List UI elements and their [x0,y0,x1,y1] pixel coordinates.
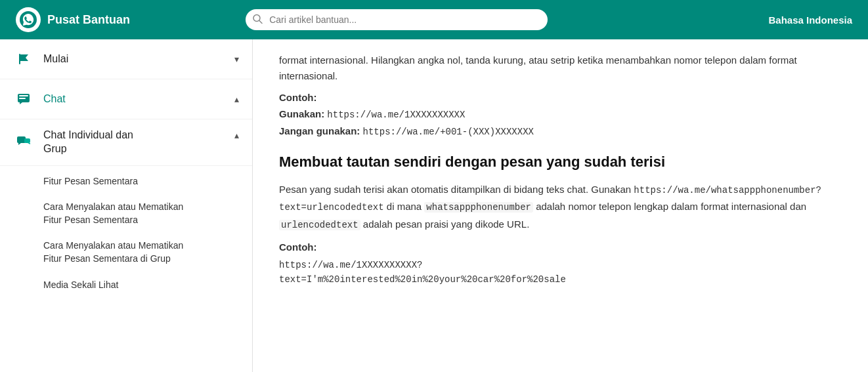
sidebar-sub-item-0[interactable]: Fitur Pesan Sementara [0,169,252,195]
mulai-chevron: ▾ [234,54,239,64]
intro-text: format internasional. Hilangkan angka no… [279,52,842,84]
search-icon [252,14,263,26]
sidebar-sub-item-1[interactable]: Cara Menyalakan atau MematikanFitur Pesa… [0,194,252,233]
section-paragraph: Pesan yang sudah terisi akan otomatis di… [279,181,842,234]
sidebar-item-chat[interactable]: Chat ▴ [0,79,252,119]
svg-line-2 [259,21,262,24]
chat-individual-icon [13,130,34,151]
svg-rect-8 [24,138,30,143]
chat-chevron: ▴ [234,94,239,104]
main-layout: Mulai ▾ Chat ▴ [0,39,868,372]
chat-group-chevron: ▴ [234,130,239,140]
language-selector[interactable]: Bahasa Indonesia [768,14,852,26]
sidebar-chat-label: Chat [43,93,234,105]
donot-url: https://wa.me/+001-(XXX)XXXXXXX [363,127,534,137]
header-logo: Pusat Bantuan [16,7,130,32]
example-label: Contoh: [279,92,842,103]
sidebar: Mulai ▾ Chat ▴ [0,39,253,372]
example2-url: https://wa.me/1XXXXXXXXXX? text=I'm%20in… [279,258,842,287]
chat-menu-icon [13,89,34,110]
sidebar-sub-item-2[interactable]: Cara Menyalakan atau MematikanFitur Pesa… [0,233,252,272]
header-title: Pusat Bantuan [47,13,130,27]
sidebar-item-mulai[interactable]: Mulai ▾ [0,39,252,79]
sidebar-item-chat-individual[interactable]: Chat Individual dan Grup ▴ [0,119,252,166]
search-input[interactable] [246,9,548,30]
use-url: https://wa.me/1XXXXXXXXXX [327,110,465,120]
svg-rect-6 [19,98,26,99]
svg-rect-5 [19,95,28,96]
sidebar-chat-group-label: Chat Individual dan Grup [43,129,234,156]
header: Pusat Bantuan Bahasa Indonesia [0,0,868,39]
sidebar-mulai-label: Mulai [43,53,234,65]
search-bar [246,9,548,30]
whatsapp-logo-icon [16,7,41,32]
svg-rect-3 [19,54,20,64]
donot-row: Jangan gunakan: https://wa.me/+001-(XXX)… [279,125,842,137]
use-row: Gunakan: https://wa.me/1XXXXXXXXXX [279,108,842,120]
section-heading: Membuat tautan sendiri dengan pesan yang… [279,153,842,172]
flag-icon [13,49,34,70]
example2-label: Contoh: [279,241,842,253]
main-content: format internasional. Hilangkan angka no… [253,39,868,372]
code-phone: whatsappphonenumber [424,202,533,213]
sidebar-sub-item-3[interactable]: Media Sekali Lihat [0,272,252,299]
code-text: urlencodedtext [279,220,360,230]
sidebar-sub-items: Fitur Pesan Sementara Cara Menyalakan at… [0,166,252,301]
